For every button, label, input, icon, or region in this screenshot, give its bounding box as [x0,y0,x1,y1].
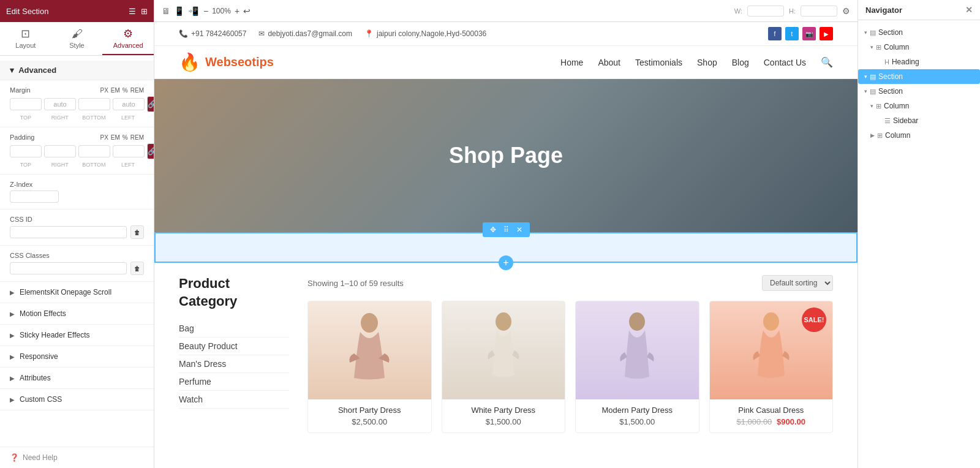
top-bar-left: 🖥 📱 📲 − 100% + ↩ [162,6,251,16]
padding-right-input[interactable] [44,145,76,157]
help-icon: ❓ [10,453,19,462]
dress-svg-2 [479,311,528,390]
collapsible-attributes[interactable]: ▶ Attributes [0,368,154,389]
location-item: 📍 jaipuri colony,Nagole,Hyd-500036 [364,29,486,38]
site-nav: 🔥 Webseotips Home About Testimonials Sho… [154,46,858,79]
css-classes-clear[interactable]: 🗑 [130,262,144,275]
css-classes-row: 🗑 [10,262,144,275]
zoom-in-btn[interactable]: + [235,6,239,16]
instagram-icon[interactable]: 📷 [802,27,816,40]
margin-top-input[interactable] [10,98,42,110]
close-section-btn[interactable]: ✕ [514,225,525,235]
zoom-controls: − 100% + ↩ [203,6,251,16]
product-card-4[interactable]: SALE! Pink Casual Dress $1,000.00 $900.0… [709,301,834,433]
css-classes-input[interactable] [10,262,127,274]
mobile-icon[interactable]: 📲 [188,6,198,16]
grid-icon[interactable]: ⊞ [141,7,148,16]
panel-footer[interactable]: ❓ Need Help [0,447,154,468]
z-index-label: Z-Index [10,181,144,188]
padding-top-input[interactable] [10,145,42,157]
email-text: debjyoti.das7@gmail.com [268,29,352,38]
product-info-2: White Party Dress $1,500.00 [442,399,565,432]
nav-shop[interactable]: Shop [697,58,717,67]
settings-icon[interactable]: ⚙ [842,6,850,16]
shop-sidebar: ProductCategory Bag Beauty Product Man's… [179,275,289,433]
zoom-out-btn[interactable]: − [203,6,208,16]
tablet-icon[interactable]: 📱 [174,6,184,16]
tab-style[interactable]: 🖌 Style [51,22,103,55]
category-beauty[interactable]: Beauty Product [179,338,289,355]
collapsible-custom-css[interactable]: ▶ Custom CSS [0,389,154,410]
phone-item: 📞 +91 7842460057 [179,29,246,38]
hamburger-icon[interactable]: ☰ [129,7,136,16]
desktop-icon[interactable]: 🖥 [162,6,170,16]
collapsible-motion-effects[interactable]: ▶ Motion Effects [0,303,154,325]
svg-point-2 [629,312,645,331]
undo-btn[interactable]: ↩ [243,6,251,16]
margin-inputs: 🔗 [10,96,144,112]
collapsible-sticky-header[interactable]: ▶ Sticky Header Effects [0,325,154,346]
svg-point-1 [496,312,511,331]
nav-home[interactable]: Home [560,58,583,67]
nav-node-heading1[interactable]: ▶ H Heading [858,55,980,69]
category-watch[interactable]: Watch [179,391,289,409]
nav-testimonials[interactable]: Testimonials [635,58,682,67]
twitter-icon[interactable]: t [785,27,799,40]
product-name-3: Modern Party Dress [582,406,693,415]
nav-node-sidebar[interactable]: ▶ ☰ Sidebar [858,113,980,128]
category-mans-dress[interactable]: Man's Dress [179,355,289,373]
youtube-icon[interactable]: ▶ [820,27,833,40]
collapsible-responsive[interactable]: ▶ Responsive [0,346,154,368]
nav-node-section3[interactable]: ▾ ▤ Section [858,84,980,99]
collapsible-elementskit[interactable]: ▶ ElementsKit Onepage Scroll [0,282,154,303]
svg-point-0 [361,313,378,333]
nav-about[interactable]: About [598,58,620,67]
product-card-2[interactable]: White Party Dress $1,500.00 [442,301,566,433]
category-perfume[interactable]: Perfume [179,373,289,391]
css-id-group: CSS ID 🗑 [0,209,154,246]
margin-left-input[interactable] [113,98,145,110]
nav-blog[interactable]: Blog [732,58,749,67]
nav-node-section2-selected[interactable]: ▾ ▤ Section [858,69,980,84]
nav-node-section1[interactable]: ▾ ▤ Section [858,25,980,40]
handle-btn[interactable]: ⠿ [501,225,511,235]
nav-node-column3[interactable]: ▶ ⊞ Column [858,128,980,143]
tab-layout[interactable]: ⊡ Layout [0,22,51,55]
nav-contact[interactable]: Contact Us [764,58,806,67]
padding-link-btn[interactable]: 🔗 [147,143,154,159]
css-id-label: CSS ID [10,216,144,223]
products-grid: Short Party Dress $2,500.00 [307,301,833,433]
margin-right-input[interactable] [44,98,76,110]
category-bag[interactable]: Bag [179,320,289,338]
product-card-3[interactable]: Modern Party Dress $1,500.00 [575,301,699,433]
css-id-input[interactable] [10,226,127,238]
navigator-close-btn[interactable]: ✕ [965,5,973,15]
css-classes-label: CSS Classes [10,252,144,259]
search-icon[interactable]: 🔍 [821,56,833,68]
margin-link-btn[interactable]: 🔗 [147,96,154,112]
add-section-btn[interactable]: + [499,255,513,270]
logo-flame-icon: 🔥 [179,52,200,72]
margin-group: Margin PX EM % REM 🔗 TOP [0,80,154,127]
height-input[interactable]: 925 [801,6,837,17]
padding-bottom-input[interactable] [78,145,110,157]
css-id-clear[interactable]: 🗑 [130,225,144,239]
nav-node-column1[interactable]: ▾ ⊞ Column [858,40,980,55]
width-input[interactable]: 1609 [747,6,784,17]
tab-advanced[interactable]: ⚙ Advanced [102,22,154,55]
move-section-btn[interactable]: ✥ [488,225,499,235]
product-name-2: White Party Dress [448,406,559,415]
facebook-icon[interactable]: f [768,27,782,40]
product-info-1: Short Party Dress $2,500.00 [308,399,431,432]
nav-node-column2[interactable]: ▾ ⊞ Column [858,99,980,113]
product-card-1[interactable]: Short Party Dress $2,500.00 [307,301,432,433]
product-name-1: Short Party Dress [314,406,425,415]
padding-label: Padding PX EM % REM [10,134,144,141]
margin-bottom-input[interactable] [78,98,110,110]
padding-left-input[interactable] [113,145,145,157]
sort-select[interactable]: Default sorting [762,275,833,291]
product-category-title: ProductCategory [179,275,289,310]
main-content: 🖥 📱 📲 − 100% + ↩ W: 1609 H: 925 ⚙ [154,0,858,468]
z-index-input[interactable] [10,191,59,203]
product-new-price-4: $900.00 [777,417,805,426]
